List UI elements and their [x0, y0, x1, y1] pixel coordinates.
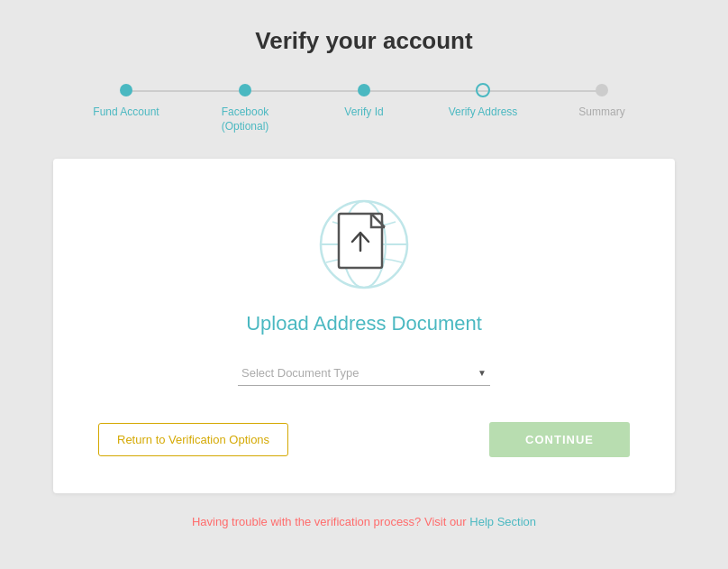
step-dot-fund-account: [120, 84, 132, 96]
step-label-facebook: Facebook (Optional): [222, 106, 269, 133]
step-verify-id[interactable]: Verify Id: [305, 80, 423, 120]
page-title: Verify your account: [255, 27, 472, 55]
buttons-row: Return to Verification Options CONTINUE: [98, 422, 630, 457]
main-card: Upload Address Document Select Document …: [53, 159, 675, 493]
chevron-down-icon: ▼: [478, 368, 487, 378]
step-dot-verify-address: [476, 83, 490, 97]
step-dot-verify-id: [358, 84, 370, 96]
step-facebook[interactable]: Facebook (Optional): [186, 80, 305, 133]
step-label-verify-address: Verify Address: [449, 106, 518, 120]
continue-button[interactable]: CONTINUE: [489, 422, 630, 457]
document-upload-icon: [336, 211, 392, 278]
footer-text-before-link: Having trouble with the verification pro…: [192, 515, 469, 528]
dropdown-placeholder: Select Document Type: [241, 366, 359, 380]
step-summary[interactable]: Summary: [542, 80, 661, 120]
upload-icon-container: [314, 195, 414, 294]
step-label-fund-account: Fund Account: [93, 106, 159, 120]
step-verify-address[interactable]: Verify Address: [423, 80, 542, 120]
stepper: Fund Account Facebook (Optional) Verify …: [67, 80, 661, 133]
upload-address-title: Upload Address Document: [246, 312, 482, 335]
step-fund-account[interactable]: Fund Account: [67, 80, 186, 120]
step-label-summary: Summary: [578, 106, 624, 120]
footer-help-text: Having trouble with the verification pro…: [192, 515, 536, 528]
document-type-dropdown[interactable]: Select Document Type ▼: [238, 361, 490, 386]
step-label-verify-id: Verify Id: [344, 106, 383, 120]
help-section-link[interactable]: Help Section: [469, 515, 536, 528]
return-to-verification-button[interactable]: Return to Verification Options: [98, 423, 288, 456]
step-dot-facebook: [239, 84, 251, 96]
step-dot-summary: [596, 84, 608, 96]
